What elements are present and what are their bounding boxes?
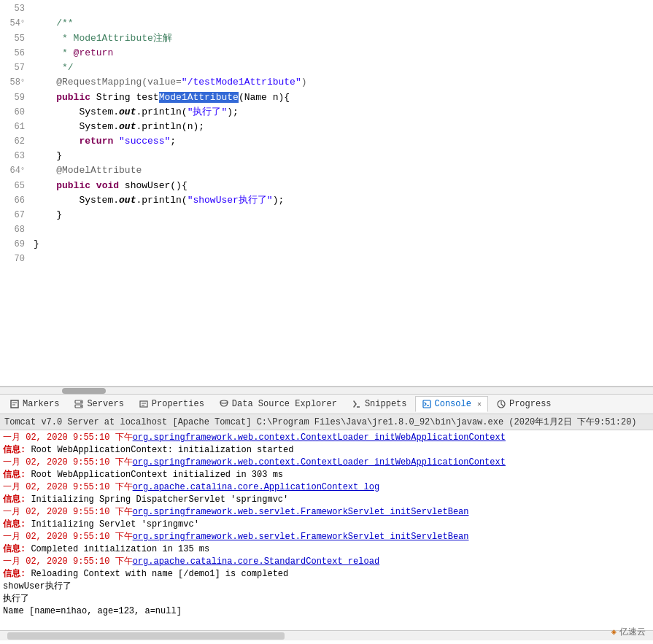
code-line: 66 System.out.println("showUser执行了"); <box>0 193 653 208</box>
line-content: } <box>31 149 653 163</box>
console-line: showUser执行了 <box>3 581 650 593</box>
line-content: public void showUser(){ <box>31 179 653 193</box>
scrollbar-thumb[interactable] <box>7 632 285 640</box>
console-line: 信息: Root WebApplicationContext initializ… <box>3 469 650 481</box>
code-line: 61 System.out.println(n); <box>0 120 653 134</box>
console-icon <box>422 399 432 409</box>
code-line: 62 return "success"; <box>0 134 653 149</box>
tab-properties[interactable]: Properties <box>132 396 211 412</box>
code-line: 58° @RequestMapping(value="/testMode1Att… <box>0 75 653 90</box>
tab-markers-label: Markers <box>23 399 59 409</box>
console-link[interactable]: org.apache.catalina.core.ApplicationCont… <box>133 482 379 492</box>
code-line: 70 <box>0 252 653 266</box>
svg-rect-7 <box>140 401 147 407</box>
line-number: 66 <box>0 193 31 208</box>
line-number: 69 <box>0 237 31 252</box>
close-icon[interactable]: ✕ <box>477 400 482 408</box>
console-line: 一月 02, 2020 9:55:10 下午org.springframewor… <box>3 457 650 469</box>
console-line: 一月 02, 2020 9:55:10 下午org.apache.catalin… <box>3 556 650 568</box>
code-line: 69 } <box>0 237 653 252</box>
console-link[interactable]: org.springframework.web.servlet.Framewor… <box>133 507 469 517</box>
tab-console[interactable]: Console ✕ <box>415 396 488 412</box>
highlight-text: Mode1Attribute <box>159 92 239 103</box>
fold-icon[interactable]: ° <box>20 79 25 87</box>
code-line: 57 */ <box>0 61 653 75</box>
datasource-icon <box>219 399 229 409</box>
console-line: 信息: Initializing Servlet 'springmvc' <box>3 519 650 531</box>
console-line: 执行了 <box>3 593 650 605</box>
console-line: 一月 02, 2020 9:55:10 下午org.springframewor… <box>3 432 650 444</box>
line-content: @RequestMapping(value="/testMode1Attribu… <box>31 75 653 90</box>
code-line: 64° @ModelAttribute <box>0 163 653 179</box>
console-line: 信息: Initializing Spring DispatcherServle… <box>3 494 650 506</box>
line-content: * @return <box>31 46 653 61</box>
line-number: 56 <box>0 46 31 61</box>
tab-markers[interactable]: Markers <box>3 396 66 412</box>
completed-text: completed <box>241 569 288 579</box>
console-panel: Tomcat v7.0 Server at localhost [Apache … <box>0 414 653 640</box>
console-header: Tomcat v7.0 Server at localhost [Apache … <box>0 414 653 430</box>
watermark-text: 亿速云 <box>619 626 646 638</box>
console-link[interactable]: org.springframework.web.context.ContextL… <box>133 432 506 443</box>
line-content: return "success"; <box>31 134 653 149</box>
fold-icon[interactable]: ° <box>20 20 25 28</box>
line-content: } <box>31 237 653 252</box>
code-line: 68 <box>0 222 653 237</box>
code-lines: 53 54° /** 55 * Mode1Attribute注解 56 * @r… <box>0 0 653 266</box>
line-number: 57 <box>0 61 31 75</box>
servers-icon <box>74 399 84 409</box>
line-content: @ModelAttribute <box>31 163 653 178</box>
bottom-scrollbar[interactable] <box>0 630 653 640</box>
code-line: 54° /** <box>0 16 653 31</box>
code-editor: 53 54° /** 55 * Mode1Attribute注解 56 * @r… <box>0 0 653 387</box>
tab-progress[interactable]: Progress <box>490 396 558 412</box>
tab-progress-label: Progress <box>509 399 552 409</box>
code-line: 59 public String testMode1Attribute(Name… <box>0 90 653 105</box>
code-horizontal-scrollbar[interactable] <box>0 387 653 394</box>
line-content: System.out.println(n); <box>31 120 653 134</box>
console-line: 信息: Reloading Context with name [/demo1]… <box>3 568 650 581</box>
markers-icon <box>9 399 20 409</box>
console-link[interactable]: org.springframework.web.context.ContextL… <box>133 457 506 468</box>
line-number: 63 <box>0 149 31 163</box>
code-line: 53 <box>0 1 653 16</box>
watermark: ◈ 亿速云 <box>611 626 646 638</box>
code-line: 56 * @return <box>0 46 653 61</box>
properties-icon <box>139 399 149 409</box>
console-link[interactable]: org.apache.catalina.core.StandardContext… <box>133 556 379 567</box>
code-line: 67 } <box>0 208 653 222</box>
svg-rect-12 <box>423 400 430 408</box>
code-line: 63 } <box>0 149 653 163</box>
svg-point-10 <box>220 400 228 403</box>
line-number: 62 <box>0 134 31 149</box>
line-content: System.out.println("showUser执行了"); <box>31 193 653 208</box>
tab-properties-label: Properties <box>152 399 204 409</box>
line-content: System.out.println("执行了"); <box>31 105 653 120</box>
line-number: 67 <box>0 208 31 222</box>
line-number: 61 <box>0 120 31 134</box>
line-content: public String testMode1Attribute(Name n)… <box>31 90 653 105</box>
tab-servers-label: Servers <box>87 399 123 409</box>
progress-icon <box>496 399 506 409</box>
line-number: 55 <box>0 31 31 46</box>
console-content[interactable]: 一月 02, 2020 9:55:10 下午org.springframewor… <box>0 430 653 630</box>
scrollbar-thumb[interactable] <box>62 388 106 394</box>
tab-servers[interactable]: Servers <box>67 396 130 412</box>
console-link[interactable]: org.springframework.web.servlet.Framewor… <box>133 532 469 542</box>
console-line: 一月 02, 2020 9:55:10 下午org.springframewor… <box>3 506 650 519</box>
line-content: } <box>31 208 653 222</box>
code-line: 65 public void showUser(){ <box>0 179 653 193</box>
line-number: 58° <box>0 75 31 90</box>
line-content: /** <box>31 16 653 31</box>
line-number: 68 <box>0 222 31 237</box>
line-number: 60 <box>0 105 31 120</box>
snippets-icon <box>352 399 362 409</box>
fold-icon[interactable]: ° <box>20 167 25 175</box>
tab-datasource[interactable]: Data Source Explorer <box>212 396 344 412</box>
svg-point-5 <box>80 401 82 403</box>
console-line: 信息: Completed initialization in 135 ms <box>3 543 650 556</box>
tab-snippets[interactable]: Snippets <box>345 396 414 412</box>
console-line: 一月 02, 2020 9:55:10 下午org.springframewor… <box>3 531 650 543</box>
console-line: 一月 02, 2020 9:55:10 下午org.apache.catalin… <box>3 481 650 494</box>
console-line: 信息: Root WebApplicationContext: initiali… <box>3 444 650 457</box>
